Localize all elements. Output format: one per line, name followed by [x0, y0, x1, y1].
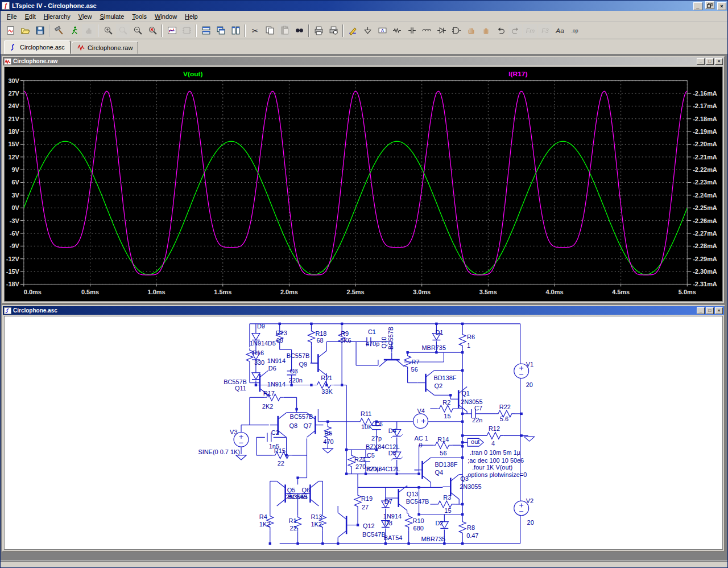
waveform-plot[interactable]: .axlab{fill:#e0e0e0;font:bold 11px "Libe…	[5, 67, 722, 301]
svg-text:C6: C6	[375, 421, 383, 427]
toolbar-separator	[245, 24, 246, 37]
svg-text:-2.24mA: -2.24mA	[693, 192, 717, 199]
svg-text:0.0ms: 0.0ms	[24, 289, 42, 295]
svg-text:R16: R16	[253, 349, 264, 356]
schematic-maximize-button[interactable]: □	[706, 307, 714, 314]
wire-button[interactable]	[346, 24, 359, 38]
svg-text:R5: R5	[324, 430, 332, 437]
svg-text:680: 680	[413, 525, 424, 532]
svg-text:1N914: 1N914	[383, 513, 402, 520]
restore-button[interactable]	[705, 1, 714, 9]
zoom-in-button[interactable]	[101, 24, 115, 38]
svg-text:-2.21mA: -2.21mA	[693, 154, 717, 160]
run-button[interactable]	[67, 24, 81, 38]
cut-button[interactable]: ✂	[248, 24, 262, 38]
status-bar	[1, 561, 727, 568]
menu-tools[interactable]: Tools	[128, 11, 151, 22]
svg-text:A: A	[381, 28, 384, 33]
tile-vertical-button[interactable]	[229, 24, 242, 38]
drag-button[interactable]	[479, 24, 493, 38]
open-button[interactable]	[18, 24, 32, 38]
schematic-close-button[interactable]: ×	[715, 307, 723, 314]
cascade-button[interactable]	[214, 24, 228, 38]
svg-text:BC547B: BC547B	[362, 531, 386, 538]
svg-text:-18V: -18V	[6, 281, 20, 287]
undo-button[interactable]	[494, 24, 507, 38]
text-button[interactable]: Aa	[553, 24, 566, 38]
waveform-plot-area[interactable]: .axlab{fill:#e0e0e0;font:bold 11px "Libe…	[4, 67, 723, 302]
spice-directive-button[interactable]: .op	[568, 24, 581, 38]
svg-text:27V: 27V	[8, 90, 19, 97]
waveform-window-titlebar[interactable]: Circlophone.raw _ □ ×	[3, 57, 724, 65]
tile-horizontal-button[interactable]	[199, 24, 213, 38]
svg-text:5.6: 5.6	[500, 415, 508, 422]
find-icon	[295, 26, 304, 35]
ground-button[interactable]	[361, 24, 374, 38]
schematic-canvas[interactable]: .slab{fill:#00009b;font:11px "Liberation…	[5, 316, 722, 549]
svg-text:V4: V4	[417, 408, 425, 414]
menu-hierarchy[interactable]: Hierarchy	[40, 11, 75, 22]
window-titlebar[interactable]: ƒ LTspice IV - Circlophone.asc _ ×	[1, 1, 727, 11]
open-icon	[20, 26, 30, 35]
svg-text:R13: R13	[311, 513, 322, 520]
capacitor-button[interactable]	[405, 24, 419, 38]
zoom-out-icon	[133, 26, 143, 35]
zoom-full-button[interactable]	[146, 24, 159, 38]
menu-file[interactable]: File	[3, 11, 21, 22]
svg-text:Q4: Q4	[435, 469, 443, 476]
minimize-button[interactable]: _	[693, 2, 702, 10]
net-label-button[interactable]: A	[375, 24, 389, 38]
schematic-window-titlebar[interactable]: Circlophone.asc _ □ ×	[3, 306, 724, 315]
menu-window[interactable]: Window	[151, 11, 181, 22]
svg-text:330: 330	[254, 359, 264, 366]
zoom-out-button[interactable]	[131, 24, 144, 38]
svg-text:21V: 21V	[8, 116, 19, 122]
diode-button[interactable]	[435, 24, 448, 38]
schematic-canvas-area[interactable]: .slab{fill:#00009b;font:11px "Liberation…	[4, 316, 723, 550]
svg-text:V2: V2	[526, 497, 533, 504]
svg-text:-2.23mA: -2.23mA	[693, 179, 717, 186]
zoom-back-icon	[118, 26, 128, 35]
save-button[interactable]	[33, 24, 47, 38]
move-button[interactable]	[464, 24, 478, 38]
svg-text:BC557B: BC557B	[290, 413, 313, 420]
menu-simulate[interactable]: Simulate	[96, 11, 128, 22]
menu-help[interactable]: Help	[181, 11, 202, 22]
svg-text:30V: 30V	[8, 77, 19, 84]
print-preview-button[interactable]	[326, 24, 340, 38]
menu-edit[interactable]: Edit	[21, 11, 40, 22]
svg-text:BD138F: BD138F	[435, 461, 457, 468]
inductor-button[interactable]	[420, 24, 433, 38]
svg-text:R2: R2	[442, 399, 450, 406]
tab-circlophone-asc[interactable]: Circlophone.asc	[4, 40, 71, 54]
tab-circlophone-raw[interactable]: Circlophone.raw	[72, 42, 138, 54]
new-schematic-button[interactable]	[3, 24, 17, 38]
svg-text:C7: C7	[474, 405, 482, 411]
print-button[interactable]	[312, 24, 325, 38]
resistor-button[interactable]	[390, 24, 404, 38]
component-button[interactable]	[449, 24, 463, 38]
schematic-minimize-button[interactable]: _	[697, 307, 705, 314]
svg-text:-2.28mA: -2.28mA	[693, 242, 717, 249]
copy-button[interactable]	[263, 24, 276, 38]
control-panel-button[interactable]	[52, 24, 66, 38]
svg-text:1K2: 1K2	[311, 521, 321, 528]
tile-horizontal-icon	[201, 26, 211, 35]
waveform-maximize-button[interactable]: □	[706, 58, 714, 65]
plot-pane-button[interactable]	[165, 24, 179, 38]
rotate-button: F3	[538, 24, 552, 38]
waveform-minimize-button[interactable]: _	[697, 58, 705, 65]
svg-text:.four 1K V(out): .four 1K V(out)	[472, 464, 512, 471]
svg-text:.op: .op	[571, 28, 578, 34]
svg-text:R12: R12	[489, 425, 500, 432]
svg-text:R22: R22	[499, 404, 511, 410]
waveform-close-button[interactable]: ×	[715, 58, 723, 65]
svg-text:D9: D9	[257, 323, 265, 330]
svg-text:Q10: Q10	[380, 337, 387, 349]
find-button[interactable]	[292, 24, 306, 38]
svg-text:-2.29mA: -2.29mA	[693, 256, 717, 262]
paste-icon	[280, 26, 289, 35]
menu-view[interactable]: View	[75, 11, 96, 22]
svg-text:V3: V3	[230, 429, 237, 436]
close-button[interactable]: ×	[717, 2, 726, 10]
